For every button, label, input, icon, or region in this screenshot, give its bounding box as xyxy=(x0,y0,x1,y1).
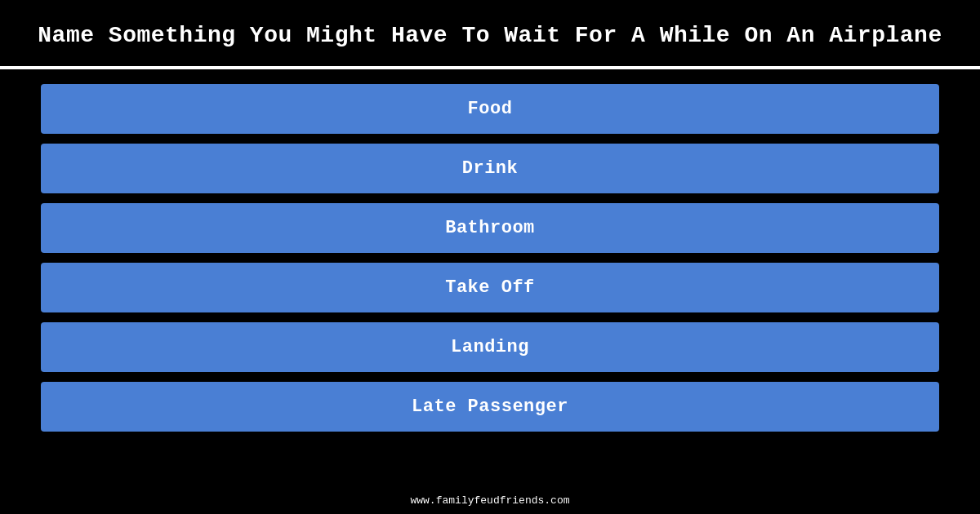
answer-label-6: Late Passenger xyxy=(412,397,568,417)
answer-button-4[interactable]: Take Off xyxy=(41,263,939,312)
answers-container: FoodDrinkBathroomTake OffLandingLate Pas… xyxy=(0,69,980,440)
answer-button-1[interactable]: Food xyxy=(41,84,939,134)
answer-label-4: Take Off xyxy=(445,277,535,298)
footer-url: www.familyfeudfriends.com xyxy=(410,494,569,507)
answer-button-2[interactable]: Drink xyxy=(41,144,939,193)
answer-button-3[interactable]: Bathroom xyxy=(41,203,939,253)
question-title: Name Something You Might Have To Wait Fo… xyxy=(33,23,947,48)
header: Name Something You Might Have To Wait Fo… xyxy=(0,0,980,66)
answer-label-2: Drink xyxy=(462,158,519,179)
answer-label-3: Bathroom xyxy=(445,218,535,238)
footer: www.familyfeudfriends.com xyxy=(0,486,980,514)
answer-button-6[interactable]: Late Passenger xyxy=(41,382,939,432)
answer-label-1: Food xyxy=(468,99,513,119)
answer-button-5[interactable]: Landing xyxy=(41,322,939,372)
answer-label-5: Landing xyxy=(451,337,529,357)
